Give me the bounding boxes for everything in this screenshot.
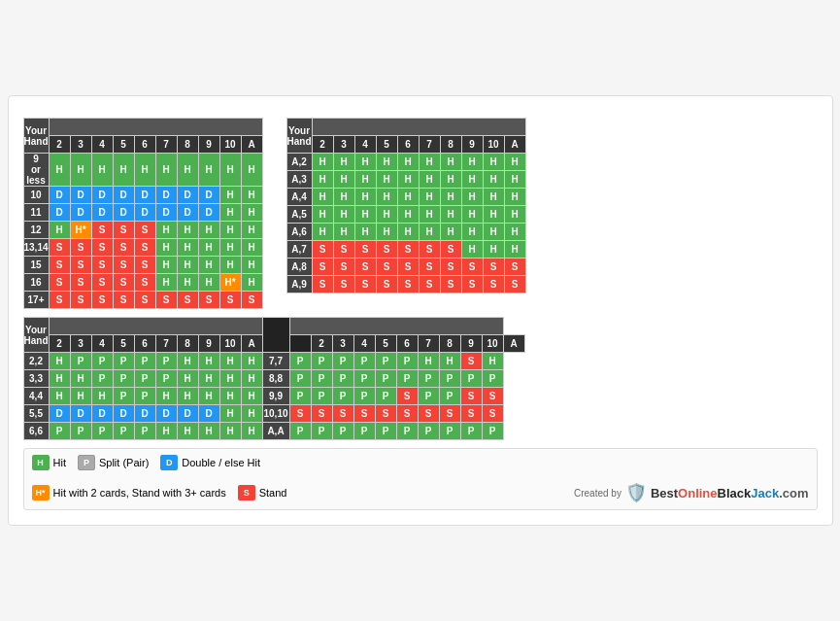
- soft-cell: H: [483, 206, 504, 224]
- hard-cell: H: [155, 257, 177, 274]
- pairs-dealer-card-left: 6: [134, 335, 155, 353]
- pairs-left-cell: P: [155, 353, 177, 370]
- hard-cell: S: [91, 292, 113, 309]
- soft-cell: H: [461, 206, 483, 224]
- hard-cell: H: [198, 154, 219, 187]
- hard-cell: H: [241, 187, 262, 204]
- hard-cell: D: [198, 204, 219, 222]
- soft-cell: H: [461, 241, 483, 259]
- pairs-left-cell: H: [241, 370, 262, 388]
- soft-cell: S: [333, 241, 354, 259]
- pairs-right-cell: P: [353, 388, 375, 405]
- hard-cell: S: [70, 292, 91, 309]
- soft-row-label: A,5: [286, 206, 312, 224]
- pairs-left-label: 5,5: [23, 405, 49, 423]
- pairs-right-cell: P: [353, 423, 375, 440]
- hard-cell: S: [113, 222, 134, 239]
- soft-cell: H: [419, 154, 440, 171]
- legend-hstar: H* Hit with 2 cards, Stand with 3+ cards: [32, 485, 226, 500]
- soft-cell: H: [376, 154, 397, 171]
- soft-dealer-card: 4: [354, 136, 376, 154]
- hard-cell: H: [219, 187, 241, 204]
- hard-cell: S: [91, 222, 113, 239]
- pairs-left-label: 2,2: [23, 353, 49, 370]
- pairs-left-cell: H: [177, 370, 198, 388]
- soft-cell: S: [354, 241, 376, 259]
- soft-cell: H: [333, 224, 354, 241]
- legend-hit: H Hit: [32, 455, 66, 470]
- soft-cell: H: [419, 189, 440, 206]
- pairs-left-cell: P: [134, 353, 155, 370]
- legend-p-box: P: [78, 455, 95, 470]
- soft-cell: S: [504, 276, 525, 293]
- pairs-dealer-card-right: 10: [482, 335, 503, 353]
- soft-cell: S: [376, 276, 397, 293]
- hard-cell: H: [241, 204, 262, 222]
- soft-cell: H: [504, 241, 525, 259]
- hard-row-label: 16: [23, 274, 49, 292]
- soft-cell: S: [440, 276, 461, 293]
- hard-cell: H: [177, 274, 198, 292]
- hard-your-hand-header: YourHand: [23, 119, 49, 154]
- pairs-right-cell: S: [482, 405, 503, 423]
- hard-cell: D: [155, 187, 177, 204]
- pairs-left-cell: H: [219, 423, 241, 440]
- soft-dealer-card: A: [504, 136, 525, 154]
- main-container: YourHand 2345678910A 9or lessHHHHHHHHHH1…: [8, 95, 833, 526]
- credit-section: Created by 🛡️ BestOnlineBlackJack.com: [574, 482, 809, 503]
- pairs-left-cell: P: [70, 353, 91, 370]
- hard-row-label: 15: [23, 257, 49, 274]
- soft-cell: H: [461, 154, 483, 171]
- pairs-right-cell: P: [332, 423, 353, 440]
- soft-cell: S: [397, 259, 419, 276]
- shield-icon: 🛡️: [625, 482, 647, 503]
- soft-cell: H: [504, 189, 525, 206]
- pairs-left-cell: P: [91, 423, 113, 440]
- hard-cell: S: [155, 292, 177, 309]
- pairs-left-cell: H: [177, 353, 198, 370]
- pairs-left-cell: D: [198, 405, 219, 423]
- pairs-left-cell: D: [70, 405, 91, 423]
- soft-cell: H: [504, 171, 525, 189]
- hard-cell: S: [91, 239, 113, 257]
- pairs-right-cell: H: [418, 353, 439, 370]
- hard-row-label: 10: [23, 187, 49, 204]
- hard-dealer-card: 3: [70, 136, 91, 154]
- soft-cell: H: [354, 224, 376, 241]
- legend-d-box: D: [160, 455, 178, 470]
- hard-row-label: 12: [23, 222, 49, 239]
- pairs-right-cell: S: [375, 405, 396, 423]
- pairs-left-cell: H: [219, 388, 241, 405]
- pairs-left-cell: P: [91, 353, 113, 370]
- hard-row-label: 17+: [23, 292, 49, 309]
- pairs-left-cell: H: [219, 370, 241, 388]
- pairs-right-cell: P: [418, 388, 439, 405]
- hard-cell: S: [134, 222, 155, 239]
- pairs-dealer-card-left: 4: [91, 335, 113, 353]
- soft-cell: H: [483, 241, 504, 259]
- pairs-right-cell: S: [396, 405, 418, 423]
- hard-dealer-card: 4: [91, 136, 113, 154]
- pairs-dealer-card-left: 7: [155, 335, 177, 353]
- soft-dealer-card: 9: [461, 136, 483, 154]
- soft-cell: H: [419, 224, 440, 241]
- soft-cell: H: [397, 206, 419, 224]
- soft-row-label: A,8: [286, 259, 312, 276]
- legend-hit-label: Hit: [53, 457, 66, 468]
- hard-cell: H: [177, 239, 198, 257]
- pairs-left-cell: D: [155, 405, 177, 423]
- soft-dealer-card: 6: [397, 136, 419, 154]
- hard-cell: D: [155, 204, 177, 222]
- pairs-dealer-card-right: 5: [375, 335, 396, 353]
- pairs-right-cell: P: [460, 370, 482, 388]
- soft-cell: S: [483, 259, 504, 276]
- hard-cell: D: [70, 204, 91, 222]
- soft-cell: H: [333, 154, 354, 171]
- pairs-left-label: 3,3: [23, 370, 49, 388]
- pairs-left-cell: P: [113, 353, 134, 370]
- credit-logo[interactable]: BestOnlineBlackJack.com: [651, 486, 809, 500]
- soft-dealer-card: 7: [419, 136, 440, 154]
- hard-cell: S: [70, 257, 91, 274]
- pairs-left-cell: H: [219, 353, 241, 370]
- hard-cell: D: [134, 187, 155, 204]
